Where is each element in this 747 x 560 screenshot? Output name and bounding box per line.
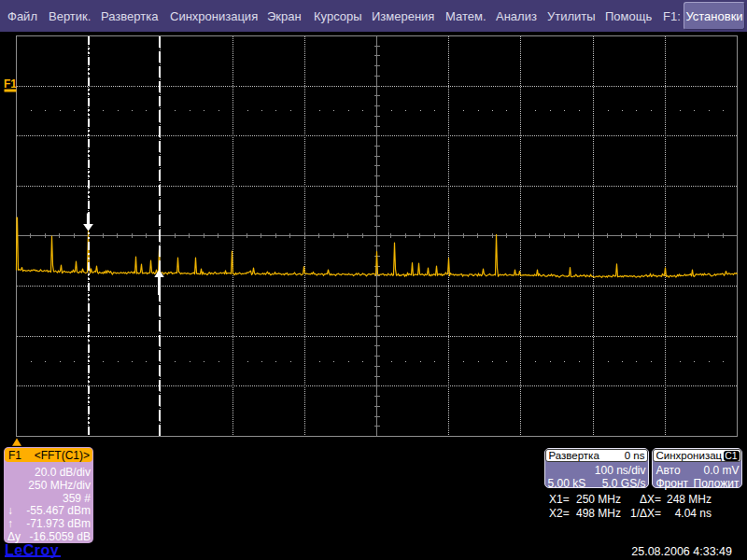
svg-text:F1: F1 — [4, 77, 17, 91]
